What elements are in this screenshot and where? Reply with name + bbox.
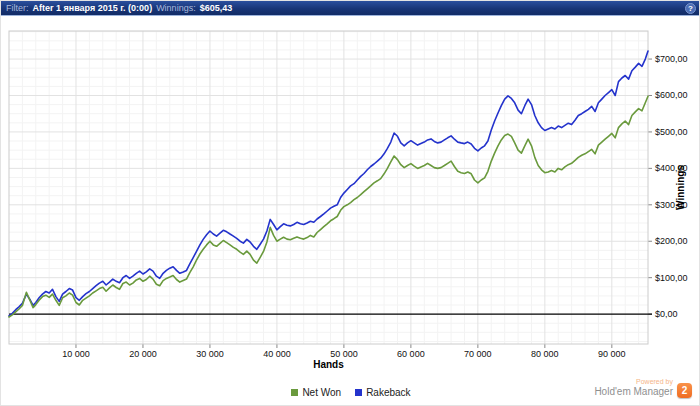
winnings-chart-svg: 10 00020 00030 00040 00050 00060 00070 0… xyxy=(1,16,700,378)
svg-text:Hands: Hands xyxy=(313,359,344,370)
winnings-chart: 10 00020 00030 00040 00050 00060 00070 0… xyxy=(1,16,700,382)
svg-text:30 000: 30 000 xyxy=(196,349,224,359)
powered-by-label: Powered by xyxy=(636,378,673,386)
net-won-swatch-icon xyxy=(291,389,298,396)
svg-text:90 000: 90 000 xyxy=(598,349,626,359)
graph-title-bar: Filter: After 1 января 2015 г. (0:00) Wi… xyxy=(1,1,700,16)
svg-text:80 000: 80 000 xyxy=(531,349,559,359)
svg-text:20 000: 20 000 xyxy=(129,349,157,359)
help-icon[interactable]: ? xyxy=(685,3,696,14)
winnings-label: Winnings: xyxy=(156,1,196,16)
svg-text:$200,00: $200,00 xyxy=(655,236,688,246)
svg-text:$600,00: $600,00 xyxy=(655,90,688,100)
svg-text:10 000: 10 000 xyxy=(62,349,90,359)
svg-text:60 000: 60 000 xyxy=(397,349,425,359)
filter-value: After 1 января 2015 г. (0:00) xyxy=(33,1,153,16)
svg-text:40 000: 40 000 xyxy=(263,349,291,359)
legend-item-net-won: Net Won xyxy=(291,387,341,398)
svg-text:50 000: 50 000 xyxy=(330,349,358,359)
legend-item-rakeback: Rakeback xyxy=(355,387,410,398)
rakeback-swatch-icon xyxy=(355,389,362,396)
brand-name: Hold'em Manager xyxy=(594,386,673,398)
powered-by-branding: Powered by Hold'em Manager 2 xyxy=(594,378,692,398)
legend-rakeback-label: Rakeback xyxy=(366,387,410,398)
winnings-value: $605,43 xyxy=(200,1,233,16)
svg-text:Winnings: Winnings xyxy=(675,165,686,210)
svg-text:$500,00: $500,00 xyxy=(655,127,688,137)
svg-text:70 000: 70 000 xyxy=(464,349,492,359)
svg-text:$0,00: $0,00 xyxy=(655,309,678,319)
legend-net-won-label: Net Won xyxy=(302,387,341,398)
svg-text:$700,00: $700,00 xyxy=(655,54,688,64)
filter-label: Filter: xyxy=(6,1,29,16)
holdem-manager-graph-window: Filter: After 1 января 2015 г. (0:00) Wi… xyxy=(0,0,700,406)
hm2-badge-icon: 2 xyxy=(677,383,692,398)
svg-text:$100,00: $100,00 xyxy=(655,273,688,283)
